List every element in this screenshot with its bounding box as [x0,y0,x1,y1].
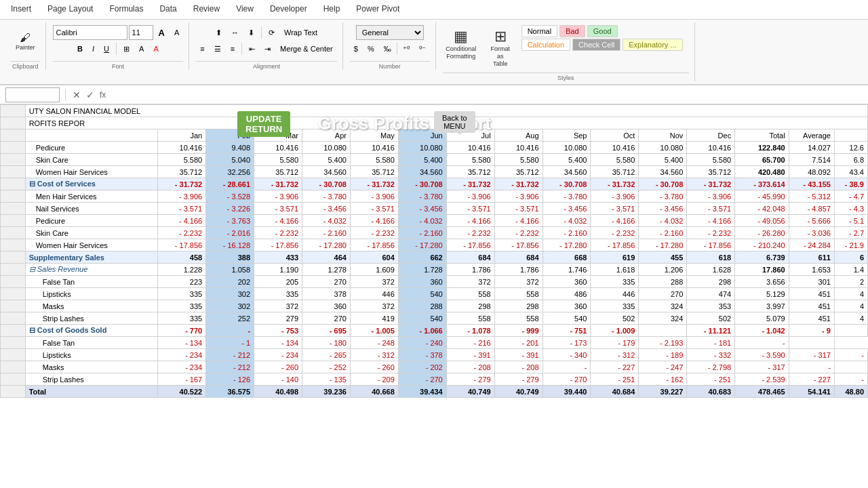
style-calculation[interactable]: Calculation [521,39,570,51]
align-right-btn[interactable]: ≡ [226,41,239,56]
formula-bar: ✕ ✓ fx [0,85,868,104]
painter-button[interactable]: 🖌 Painter [11,30,40,54]
align-center-btn[interactable]: ☰ [210,41,225,56]
table-row-cogs: ⊟ Cost of Goods Sold - 770 - - 753 - 695… [1,325,868,337]
tab-page-layout[interactable]: Page Layout [39,0,101,19]
month-sep: Sep [542,129,591,142]
tab-help[interactable]: Help [315,0,349,19]
align-bottom-btn[interactable]: ⬇ [244,25,258,40]
bold-btn[interactable]: B [73,41,87,56]
table-row: Men Hair Services - 3.906 - 3.528 - 3.90… [1,190,868,203]
align-left-btn[interactable]: ≡ [196,41,208,56]
tab-data[interactable]: Data [151,0,184,19]
decrease-font-btn[interactable]: A [170,25,183,40]
angle-text-btn[interactable]: ⟳ [264,25,279,40]
table-row-sales-revenue: ⊟ Sales Revenue 1.228 1.058 1.190 1.278 … [1,264,868,276]
month-apr: Apr [302,129,351,142]
tab-power-pivot[interactable]: Power Pivot [348,0,408,19]
tab-formulas[interactable]: Formulas [101,0,151,19]
women-services-label: Women Hair Services [25,239,158,251]
align-top-btn[interactable]: ⬆ [212,25,226,40]
increase-indent-btn[interactable]: ⇥ [260,41,275,56]
tab-insert[interactable]: Insert [3,0,39,19]
wrap-text-btn[interactable]: Wrap Text [280,25,321,40]
month-total: Total [735,129,789,142]
decrease-indent-btn[interactable]: ⇤ [245,41,259,56]
table-row-cost-services: ⊟ Cost of Services - 31.732 - 28.661 - 3… [1,178,868,190]
format-table-icon: ⊞ [494,28,507,45]
table-row: Nail Services - 3.571 - 3.226 - 3.571 - … [1,203,868,215]
spreadsheet-wrapper: UPDATERETURN Back toMENU [0,104,868,488]
update-return-btn[interactable]: UPDATERETURN [237,111,290,137]
table-row: Skin Care 5.580 5.040 5.580 5.400 5.580 … [1,154,868,166]
conditional-formatting-btn[interactable]: ▦ ConditionalFormatting [443,25,479,63]
format-as-table-btn[interactable]: ⊞ Format asTable [482,25,519,70]
confirm-formula-icon[interactable]: ✓ [85,88,96,102]
formula-bar-divider [65,89,66,101]
percent-btn[interactable]: $ [350,41,362,56]
table-row: Women Hair Services - 17.856 - 16.128 - … [1,239,868,251]
update-btn-container: UPDATERETURN [237,111,290,137]
month-aug: Aug [494,129,542,142]
name-box[interactable] [5,87,60,102]
ribbon-tabs: Insert Page Layout Formulas Data Review … [0,0,868,20]
strip-lashes-label: Strip Lashes [25,312,158,325]
underline-btn[interactable]: U [100,41,113,56]
cost-of-services-label: ⊟ Cost of Services [25,178,158,190]
fill-color-btn[interactable]: A [135,41,148,56]
table-row: False Tan - 134 - 1 - 134 - 180 - 248 - … [1,337,868,349]
group-styles: ▦ ConditionalFormatting ⊞ Format asTable… [437,22,695,81]
table-row: Masks 335 302 372 360 372 288 298 298 36… [1,300,868,312]
format-table-label: Format asTable [487,45,514,67]
style-check-cell[interactable]: Check Cell [572,39,620,51]
back-to-menu-btn[interactable]: Back toMENU [434,111,475,133]
comma-btn[interactable]: % [363,41,378,56]
group-font: A A B I U ⊞ A A Font [47,22,190,70]
table-row: Pedicure - 4.166 - 3.763 - 4.166 - 4.032… [1,215,868,227]
borders-btn[interactable]: ⊞ [119,41,134,56]
group-clipboard: 🖌 Painter Clipboard [5,22,46,70]
table-row: Masks - 234 - 212 - 260 - 252 - 260 - 20… [1,361,868,373]
number-format-select[interactable]: General [356,25,424,40]
table-row: Lipsticks 335 302 335 378 446 540 558 55… [1,288,868,300]
font-name-input[interactable] [53,25,127,40]
table-total-row: Total 40.522 36.575 40.498 39.236 40.668… [1,386,868,398]
formula-input[interactable] [110,89,863,100]
style-bad[interactable]: Bad [559,25,585,37]
italic-btn[interactable]: I [88,41,98,56]
strip-lashes-cogs-label: Strip Lashes [25,373,158,386]
dec-decrease-btn[interactable]: ⁰⁻ [415,41,430,56]
dec-increase-btn[interactable]: ⁺⁰ [399,41,414,56]
tab-developer[interactable]: Developer [262,0,315,19]
group-alignment: ⬆ ↔ ⬇ ⟳ Wrap Text ≡ ☰ ≡ ⇤ ⇥ [191,22,343,70]
spreadsheet-table: UTY SALON FINANCIAL MODEL ROFITS REPOR G… [0,104,868,398]
merge-center-btn[interactable]: Merge & Center [276,41,337,56]
table-row: Lipsticks - 234 - 212 - 234 - 265 - 312 … [1,349,868,361]
table-row-supplementary: Supplementary Sales 458 388 433 464 604 … [1,251,868,264]
cost-of-goods-sold-label: ⊟ Cost of Goods Sold [25,325,158,337]
cancel-formula-icon[interactable]: ✕ [71,88,82,102]
insert-function-icon[interactable]: fx [98,89,107,101]
tab-review[interactable]: Review [185,0,228,19]
font-color-btn[interactable]: A [149,41,162,56]
font-size-input[interactable] [129,25,153,40]
group-number: General $ % ‰ ⁺⁰ ⁰⁻ Number [344,22,436,70]
style-explanatory[interactable]: Explanatory ... [623,39,682,51]
month-jan: Jan [158,129,206,142]
nail-services-label: Nail Services [25,203,158,215]
ribbon-content: 🖌 Painter Clipboard A A B I U [0,20,868,85]
increase-font-btn[interactable]: A [155,25,169,40]
month-average: Average [789,129,834,142]
back-btn-container: Back toMENU [434,111,475,133]
table-row: Pedicure 10.416 9.408 10.416 10.080 10.4… [1,142,868,154]
month-dec: Dec [687,129,735,142]
style-normal[interactable]: Normal [521,25,557,37]
month-oct: Oct [591,129,639,142]
tab-view[interactable]: View [228,0,262,19]
style-good[interactable]: Good [587,25,618,37]
align-middle-btn[interactable]: ↔ [227,25,243,40]
thousands-btn[interactable]: ‰ [380,41,395,56]
month-may: May [350,129,398,142]
divider [241,43,242,55]
divider [397,43,397,55]
